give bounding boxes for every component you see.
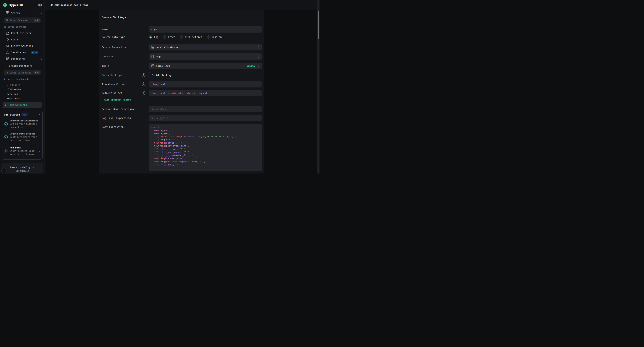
chevron-up-down-icon: [258, 55, 260, 58]
help-circle-icon[interactable]: ?: [142, 82, 146, 86]
saved-dashboards-input[interactable]: Saved Dashboards ⌘ K: [4, 70, 41, 75]
sidebar-item-client-sessions[interactable]: Client Sessions: [0, 43, 44, 49]
timestamp-column-input[interactable]: time_local: [149, 81, 262, 88]
scrollbar-thumb[interactable]: [318, 11, 319, 39]
schema-link[interactable]: Schema: [247, 64, 255, 67]
source-data-type-radios: Log Trace OTEL Metrics Session: [149, 36, 262, 39]
get-started-header[interactable]: Get Started 2/3: [4, 113, 40, 116]
name-input[interactable]: Logs: [149, 26, 262, 32]
arrow-right-icon: →: [39, 150, 40, 152]
clickhouse-cloud-promo: Ready to deploy on ClickHouse Cloud? Get…: [2, 163, 43, 174]
body-expression-label: Body Expression: [102, 126, 124, 128]
progress-badge: 2/3: [22, 113, 28, 116]
table-label: Table: [102, 64, 109, 67]
brand-title: HyperDX: [8, 4, 23, 7]
beta-badge: BETA: [31, 51, 38, 54]
radio-otel-metrics[interactable]: OTEL Metrics: [180, 36, 202, 39]
chevron-up-icon[interactable]: [40, 12, 42, 14]
page-title: Source Settings: [102, 16, 262, 19]
sidebar-item-label: Service Map: [11, 51, 27, 54]
step-subtitle: Configure where your data comes from: [10, 136, 40, 142]
magnifier-icon: [6, 19, 8, 22]
help-circle-icon[interactable]: ?: [142, 91, 146, 95]
chart-explorer-icon: [6, 32, 9, 35]
service-name-expression-input[interactable]: ServiceName: [149, 106, 262, 112]
no-saved-dashboards-text: No saved dashboards: [0, 77, 44, 82]
main-content: Source Settings Name Logs Source Data Ty…: [45, 10, 320, 174]
sidebar: HyperDX Search Saved Searches ⌘ K No sav…: [0, 0, 45, 174]
sidebar-item-team-settings[interactable]: ⚙ Team Settings: [3, 102, 42, 108]
get-started-step-sources[interactable]: Create Data Sources Configure where your…: [4, 132, 40, 142]
check-circle-icon: [4, 135, 8, 139]
sidebar-item-label: Client Sessions: [11, 44, 33, 48]
service-name-expression-label: Service Name Expression: [102, 108, 135, 110]
server-icon: [151, 46, 154, 49]
server-connection-value: Local ClickHouse: [156, 46, 178, 49]
default-select-label: Default Select: [102, 92, 122, 94]
table-select[interactable]: nginx_logs Schema: [149, 62, 262, 69]
sidebar-item-alerts[interactable]: Alerts: [0, 36, 44, 43]
hyperdx-app: HyperDX Search Saved Searches ⌘ K No sav…: [0, 0, 322, 174]
chevron-down-icon: [7, 84, 8, 86]
step-number-icon: 3: [4, 149, 8, 153]
promo-text: Ready to deploy on ClickHouse Cloud?: [3, 166, 41, 174]
radio-unselected-icon: [163, 36, 166, 39]
sidebar-item-dashboards[interactable]: Dashboards: [0, 56, 44, 62]
sidebar-section-search[interactable]: Search: [0, 10, 44, 16]
presets-toggle[interactable]: PRESETS: [0, 83, 44, 87]
gear-icon: ⚙: [5, 104, 6, 106]
search-section-label: Search: [11, 12, 20, 14]
get-started-step-add-data[interactable]: 3 Add Data Start sending logs, metrics, …: [4, 146, 40, 156]
hide-optional-fields-link[interactable]: Hide Optional Fields: [104, 98, 131, 101]
radio-unselected-icon: [180, 36, 183, 39]
table-icon: [151, 64, 154, 67]
sidebar-item-label: Alerts: [11, 38, 20, 41]
name-label: Name: [102, 28, 108, 31]
scrollbar-track[interactable]: [317, 0, 320, 174]
server-connection-label: Server Connection: [102, 46, 126, 49]
chevron-up-down-icon: [258, 64, 260, 67]
sidebar-item-service-map[interactable]: Service Map BETA: [0, 49, 44, 56]
create-dashboard-button[interactable]: + Create Dashboard: [0, 63, 44, 68]
section-divider: [102, 103, 262, 104]
preset-item-kubernetes[interactable]: Kubernetes: [0, 96, 44, 101]
dashboards-icon: [6, 58, 9, 60]
default-select-input[interactable]: time_local, remote_addr, status, request: [149, 90, 262, 96]
sidebar-item-chart-explorer[interactable]: Chart Explorer: [0, 30, 44, 36]
step-title: Connect to ClickHouse: [10, 119, 40, 122]
hyperdx-logo-icon: [3, 3, 7, 7]
radio-session[interactable]: Session: [207, 36, 222, 39]
get-started-step-connect[interactable]: Connect to ClickHouse Set up your databa…: [4, 119, 40, 129]
radio-trace[interactable]: Trace: [163, 36, 175, 39]
saved-searches-input[interactable]: Saved Searches ⌘ K: [4, 18, 41, 23]
sidebar-item-label: Dashboards: [11, 58, 26, 60]
log-level-expression-input[interactable]: SeverityText: [149, 115, 262, 121]
source-settings-card: Source Settings Name Logs Source Data Ty…: [99, 10, 264, 174]
service-map-icon: [6, 51, 9, 54]
bell-icon: [6, 38, 9, 41]
radio-log[interactable]: Log: [149, 36, 158, 39]
add-setting-button[interactable]: Add Setting: [149, 72, 174, 78]
step-subtitle: Start sending logs, metrics, or traces: [10, 149, 37, 156]
sidebar-collapse-icon[interactable]: [38, 4, 42, 6]
help-button[interactable]: ?: [2, 168, 6, 173]
saved-searches-placeholder: Saved Searches: [10, 19, 32, 22]
query-settings-label: Query Settings: [102, 74, 122, 76]
table-value: nginx_logs: [156, 64, 170, 67]
radio-unselected-icon: [207, 36, 210, 39]
step-title: Create Data Sources: [10, 132, 40, 135]
preset-item-clickhouse[interactable]: ClickHouse: [0, 87, 44, 92]
search-section-icon: [6, 11, 9, 15]
check-circle-icon: [4, 122, 8, 126]
get-started-title: Get Started: [4, 113, 20, 116]
database-select[interactable]: logs: [149, 53, 262, 60]
help-circle-icon[interactable]: ?: [142, 73, 146, 77]
server-connection-select[interactable]: Local ClickHouse: [149, 44, 262, 50]
laptop-icon: [6, 45, 9, 48]
saved-dashboards-placeholder: Saved Dashboards: [10, 71, 32, 74]
chevron-up-icon[interactable]: [38, 114, 40, 115]
preset-item-services[interactable]: Services: [0, 92, 44, 96]
chevron-up-icon[interactable]: [40, 58, 42, 60]
database-value: logs: [156, 55, 161, 58]
body-expression-editor[interactable]: concat( remote_addr, ' ', remote_user, '…: [149, 124, 262, 171]
